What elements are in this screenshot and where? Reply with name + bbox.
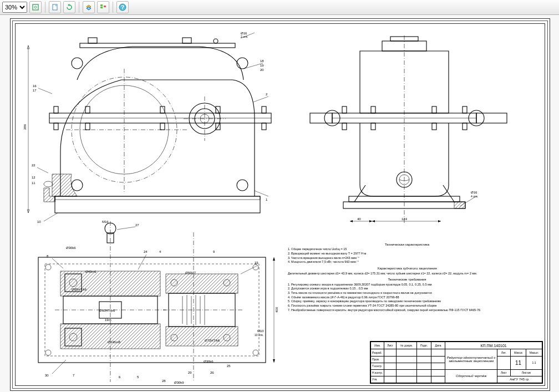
svg-rect-74 xyxy=(463,123,467,130)
svg-text:286: 286 xyxy=(23,124,27,130)
svg-rect-23 xyxy=(262,123,266,130)
req-line: 6. Плоскость разъёма покрыть тонким слое… xyxy=(288,304,526,308)
svg-text:400: 400 xyxy=(275,307,278,313)
svg-rect-72 xyxy=(432,123,436,130)
req-title: Технические требования xyxy=(288,277,526,282)
svg-point-37 xyxy=(72,58,83,69)
svg-text:6: 6 xyxy=(119,375,121,379)
svg-line-95 xyxy=(117,227,135,230)
svg-rect-104 xyxy=(60,324,160,349)
svg-rect-24 xyxy=(80,43,235,48)
svg-rect-68 xyxy=(342,123,347,130)
svg-point-102 xyxy=(253,350,258,355)
svg-text:7: 7 xyxy=(73,374,75,377)
gear-line: Делительный диаметр шестерни d1= 43,9 мм… xyxy=(288,272,526,276)
tc-line: 3. Частота вращения выходного вала n=243… xyxy=(288,256,526,261)
svg-text:22: 22 xyxy=(32,164,35,167)
gear-title: Характеристика зубчатого зацепления xyxy=(288,266,526,271)
svg-text:Ø45m6: Ø45m6 xyxy=(85,270,96,273)
svg-text:11: 11 xyxy=(32,181,35,185)
svg-point-27 xyxy=(214,39,218,43)
svg-rect-14 xyxy=(54,106,58,113)
req-line: 5. Сборку, приёмку, окраску и консерваци… xyxy=(288,299,526,304)
tc-line: 2. Вращающий момент на выходном валу Т =… xyxy=(288,252,526,256)
svg-rect-113 xyxy=(166,327,238,346)
section-view: M16 27 400 Ø30k6 8 xyxy=(22,218,282,385)
svg-rect-3 xyxy=(100,4,103,6)
svg-rect-19 xyxy=(160,123,165,130)
svg-text:124: 124 xyxy=(402,217,408,221)
notes-block: Техническая характеристика 1. Общее пере… xyxy=(288,241,526,312)
svg-text:25: 25 xyxy=(227,364,231,368)
svg-text:Ø30k9: Ø30k9 xyxy=(174,381,184,384)
svg-text:Ø85H7/k6: Ø85H7/k6 xyxy=(72,288,87,291)
svg-text:2 отв.: 2 отв. xyxy=(241,35,248,38)
svg-rect-22 xyxy=(262,106,266,113)
svg-rect-71 xyxy=(432,106,436,113)
svg-text:Ø145m8: Ø145m8 xyxy=(108,340,121,344)
svg-rect-16 xyxy=(85,106,90,113)
svg-text:Ø30k6: Ø30k6 xyxy=(66,246,76,250)
svg-point-38 xyxy=(237,58,248,69)
svg-line-146 xyxy=(52,360,66,374)
svg-rect-77 xyxy=(476,113,507,123)
zoom-select[interactable]: 30% xyxy=(2,2,27,13)
svg-point-39 xyxy=(72,180,83,191)
req-line: 4. Объём заливаемого масла (И-Г-А-46) в … xyxy=(288,296,526,300)
svg-text:28: 28 xyxy=(162,379,166,383)
svg-line-129 xyxy=(52,258,63,268)
svg-text:17: 17 xyxy=(33,89,37,92)
svg-text:5: 5 xyxy=(137,375,139,379)
svg-rect-70 xyxy=(371,123,375,130)
svg-text:9: 9 xyxy=(213,250,215,253)
svg-text:30: 30 xyxy=(45,374,49,377)
front-view: 286 xyxy=(22,30,277,224)
svg-text:10 отв.: 10 отв. xyxy=(255,333,263,337)
refresh-icon[interactable] xyxy=(63,1,75,13)
tree-icon[interactable] xyxy=(97,1,109,13)
svg-text:24: 24 xyxy=(144,250,148,253)
svg-text:Ø60H7/js6: Ø60H7/js6 xyxy=(99,309,115,312)
svg-point-1 xyxy=(34,6,37,8)
svg-text:26: 26 xyxy=(210,371,214,374)
svg-text:Ø30k6: Ø30k6 xyxy=(204,360,214,363)
layers-icon[interactable] xyxy=(83,1,95,13)
svg-rect-2 xyxy=(53,4,57,10)
svg-rect-17 xyxy=(85,123,90,130)
tc-line: 4. Мощность двигателя 7,5 кВт, частота 9… xyxy=(288,260,526,264)
side-view: 40 124 Ø16 4 отв. xyxy=(288,30,532,235)
svg-point-40 xyxy=(237,180,248,191)
req-line: 7. Необработанные поверхности красить: в… xyxy=(288,308,526,313)
svg-line-51 xyxy=(38,88,52,94)
svg-text:Ø16: Ø16 xyxy=(471,191,477,194)
toolbar: 30% ? xyxy=(0,0,559,15)
svg-line-131 xyxy=(138,254,146,269)
req-line: 1. Регулировку осевого зазора в подшипни… xyxy=(288,283,526,287)
svg-text:M10: M10 xyxy=(257,329,264,333)
svg-text:27: 27 xyxy=(135,223,139,227)
svg-text:23: 23 xyxy=(255,261,258,264)
svg-rect-15 xyxy=(54,123,58,130)
svg-text:19: 19 xyxy=(260,64,264,67)
svg-rect-103 xyxy=(60,271,160,296)
svg-point-41 xyxy=(44,181,53,187)
svg-line-58 xyxy=(255,191,268,196)
svg-rect-26 xyxy=(182,38,191,43)
svg-text:M16: M16 xyxy=(102,220,109,223)
zoom-fit-icon[interactable] xyxy=(29,1,42,13)
req-line: 3. Течь масла по плоскости разъёма и по … xyxy=(288,291,526,296)
svg-text:12: 12 xyxy=(32,176,35,179)
page-icon[interactable] xyxy=(49,1,61,13)
svg-text:18: 18 xyxy=(260,59,264,63)
svg-rect-69 xyxy=(371,106,375,113)
tech-char-title: Техническая характеристика xyxy=(288,242,526,247)
svg-text:29: 29 xyxy=(188,371,192,374)
title-block: Изм. Лист № докум. Подп. Дата КП.ПМ.1401… xyxy=(370,341,543,384)
svg-text:40: 40 xyxy=(357,217,361,221)
help-icon[interactable]: ? xyxy=(116,1,129,13)
svg-rect-75 xyxy=(310,113,332,123)
svg-text:4: 4 xyxy=(159,250,161,253)
drawing-viewport[interactable]: 286 xyxy=(0,15,559,392)
req-line: 2. Допускается осевая игра в подшипниках… xyxy=(288,287,526,291)
svg-rect-10 xyxy=(55,196,260,213)
